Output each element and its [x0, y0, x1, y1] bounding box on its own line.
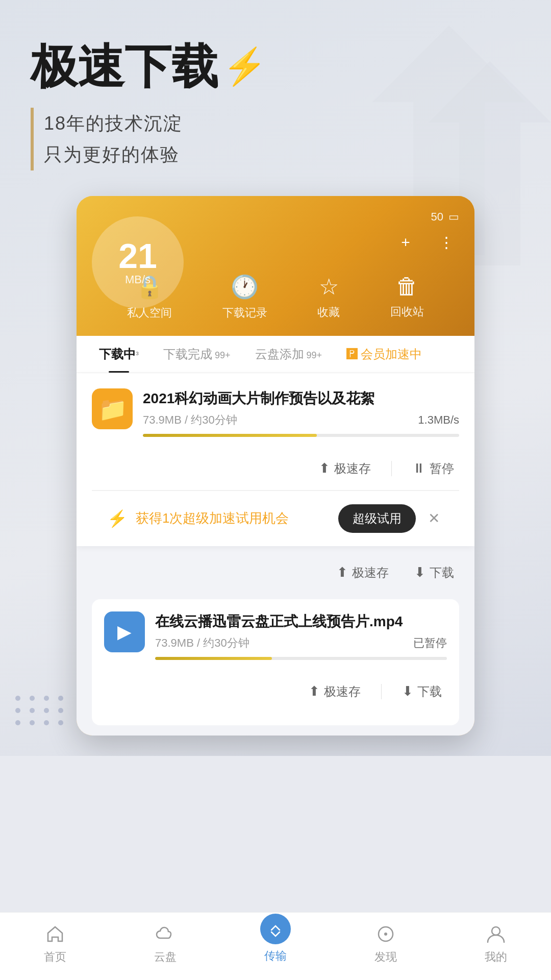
lightning-decoration-icon: ⚡ [222, 47, 267, 86]
speed-number: 21 [118, 238, 157, 273]
ultra-save-label-3: 极速存 [324, 683, 361, 700]
bottom-navigation: 首页 云盘 传输 发现 我的 [0, 912, 551, 980]
nav-cloud[interactable]: 云盘 [135, 923, 196, 965]
speed-display: 21 MB/s [92, 216, 184, 308]
download-speed-1: 1.3MB/s [418, 413, 459, 427]
ultra-save-btn-1[interactable]: ⬆ 极速存 [314, 457, 376, 480]
hero-section: 极速下载 ⚡ 18年的技术沉淀 只为更好的体验 50 ▭ 21 MB/s + ⋮ [0, 0, 551, 756]
download-card-2: ▶ 在线云播迅雷云盘正式上线预告片.mp4 73.9MB / 约30分钟 已暂停 [92, 599, 459, 725]
pause-label-1: 暂停 [430, 460, 454, 477]
phone-header: 50 ▭ 21 MB/s + ⋮ 🔒 私人空间 🕐 [77, 196, 474, 336]
hero-title: 极速下载 ⚡ [31, 41, 520, 92]
speed-unit: MB/s [125, 273, 151, 286]
ultra-save-btn-3[interactable]: ⬆ 极速存 [304, 680, 366, 703]
star-icon: ☆ [319, 274, 339, 300]
quick-favorites[interactable]: ☆ 收藏 [317, 274, 340, 321]
nav-profile-label: 我的 [485, 949, 507, 965]
compass-icon [374, 923, 397, 945]
battery-level: 50 [431, 210, 443, 224]
vip-icon: 🅿 [346, 348, 358, 361]
tab-cloud-label: 云盘添加 [255, 347, 304, 361]
trial-text: 获得1次超级加速试用机会 [136, 509, 330, 527]
nav-transfer-label: 传输 [264, 948, 287, 964]
nav-transfer[interactable]: 传输 [245, 924, 306, 964]
upload-icon: ⬆ [319, 460, 330, 476]
tab-completed-label: 下载完成 [163, 347, 212, 361]
progress-bar-1 [143, 434, 459, 437]
tab-downloading-label: 下载中 [99, 347, 136, 361]
video-icon: ▶ [104, 611, 145, 652]
tab-vip-label: 会员加速中 [361, 346, 422, 362]
nav-home-label: 首页 [44, 949, 66, 965]
super-trial-banner: ⚡ 获得1次超级加速试用机会 超级试用 ✕ [92, 491, 459, 546]
nav-discover[interactable]: 发现 [355, 923, 416, 965]
menu-button[interactable]: ⋮ [434, 230, 459, 255]
action-divider-1 [391, 461, 392, 476]
download-info-2: 在线云播迅雷云盘正式上线预告片.mp4 73.9MB / 约30分钟 已暂停 [155, 611, 447, 660]
tab-cloud[interactable]: 云盘添加 99+ [243, 336, 335, 373]
download-title-2: 在线云播迅雷云盘正式上线预告片.mp4 [155, 611, 447, 631]
quick-recycle[interactable]: 🗑 回收站 [390, 274, 424, 321]
tab-downloading[interactable]: 下载中³ [87, 336, 151, 373]
progress-fill-2 [155, 657, 272, 660]
cloud-action-buttons: ⬆ 极速存 ⬇ 下载 [92, 556, 459, 594]
ultra-save-label-1: 极速存 [334, 460, 371, 477]
trial-lightning-icon: ⚡ [107, 509, 128, 528]
download-history-label: 下载记录 [222, 305, 267, 321]
download-list: 📁 2021科幻动画大片制作预告以及花絮 73.9MB / 约30分钟 1.3M… [77, 373, 474, 736]
progress-bar-2 [155, 657, 447, 660]
tab-completed[interactable]: 下载完成 99+ [151, 336, 243, 373]
download-label-3: 下载 [417, 683, 442, 700]
download-btn-2[interactable]: ⬇ 下载 [409, 561, 459, 584]
download-card-1: 📁 2021科幻动画大片制作预告以及花絮 73.9MB / 约30分钟 1.3M… [77, 373, 474, 546]
history-icon: 🕐 [231, 274, 259, 300]
cloud-badge: 99+ [304, 350, 322, 360]
downloading-badge: ³ [136, 350, 139, 360]
download-icon-2: ⬇ [414, 565, 425, 580]
download-actions-1: ⬆ 极速存 ⏸ 暂停 [92, 447, 459, 491]
upload-icon-2: ⬆ [337, 565, 348, 580]
download-size-1: 73.9MB / 约30分钟 [143, 412, 237, 428]
progress-fill-1 [143, 434, 317, 437]
download-label-2: 下载 [430, 565, 454, 581]
download-info-1: 2021科幻动画大片制作预告以及花絮 73.9MB / 约30分钟 1.3MB/… [143, 388, 459, 437]
phone-mockup: 50 ▭ 21 MB/s + ⋮ 🔒 私人空间 🕐 [77, 196, 474, 736]
action-divider-2 [381, 684, 382, 699]
trial-close-button[interactable]: ✕ [424, 508, 444, 529]
transfer-icon [266, 920, 285, 938]
download-title-1: 2021科幻动画大片制作预告以及花絮 [143, 388, 459, 408]
nav-home[interactable]: 首页 [24, 923, 86, 965]
cloud-actions-row: ⬆ 极速存 ⬇ 下载 ▶ 在线云播迅雷云盘正式上线 [77, 546, 474, 736]
trash-icon: 🗑 [396, 274, 418, 299]
add-button[interactable]: + [393, 230, 418, 255]
transfer-icon-bg [260, 914, 291, 944]
download-actions-2: ⬆ 极速存 ⬇ 下载 [104, 670, 447, 713]
download-item-2: ▶ 在线云播迅雷云盘正式上线预告片.mp4 73.9MB / 约30分钟 已暂停 [104, 611, 447, 670]
download-btn-3[interactable]: ⬇ 下载 [397, 680, 447, 703]
favorites-label: 收藏 [317, 305, 340, 320]
profile-icon [485, 923, 507, 945]
subtitle-line2: 只为更好的体验 [44, 139, 520, 170]
download-item-1: 📁 2021科幻动画大片制作预告以及花絮 73.9MB / 约30分钟 1.3M… [92, 388, 459, 447]
tab-vip[interactable]: 🅿 会员加速中 [334, 336, 434, 373]
ultra-save-btn-2[interactable]: ⬆ 极速存 [332, 561, 394, 584]
completed-badge: 99+ [212, 350, 231, 360]
nav-cloud-label: 云盘 [154, 949, 177, 965]
quick-download-history[interactable]: 🕐 下载记录 [222, 274, 267, 321]
pause-btn-1[interactable]: ⏸ 暂停 [407, 457, 459, 480]
hero-subtitle: 18年的技术沉淀 只为更好的体验 [31, 108, 520, 170]
svg-point-2 [492, 927, 500, 935]
download-meta-2: 73.9MB / 约30分钟 已暂停 [155, 635, 447, 651]
battery-icon: ▭ [448, 210, 459, 224]
cloud-icon [154, 923, 177, 945]
upload-icon-3: ⬆ [309, 683, 320, 699]
nav-profile[interactable]: 我的 [465, 923, 527, 965]
pause-icon: ⏸ [412, 460, 425, 476]
trial-button[interactable]: 超级试用 [338, 504, 416, 533]
recycle-label: 回收站 [390, 304, 424, 320]
folder-icon: 📁 [92, 388, 133, 429]
home-icon [44, 923, 66, 945]
dots-decoration [15, 696, 65, 725]
download-size-2: 73.9MB / 约30分钟 [155, 635, 249, 651]
subtitle-line1: 18年的技术沉淀 [44, 108, 520, 139]
